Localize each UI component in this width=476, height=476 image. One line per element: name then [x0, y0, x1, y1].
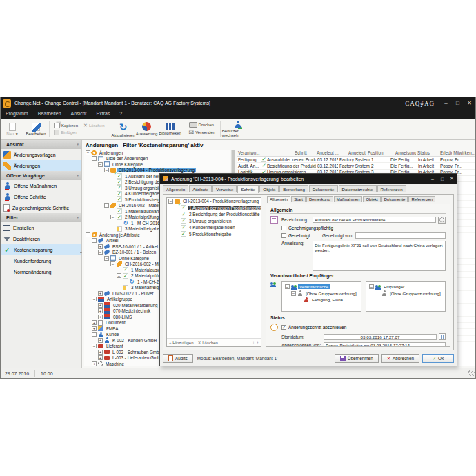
edit-button[interactable]: Bearbeiten — [24, 119, 48, 139]
sidebar-item[interactable]: Änderungen — [1, 160, 81, 171]
maximize-button[interactable] — [452, 97, 464, 109]
detail-tab[interactable]: Bemerkung — [306, 196, 333, 202]
resize-grip[interactable] — [468, 370, 475, 377]
move-up-button[interactable]: ↑ — [257, 341, 259, 345]
menu-item[interactable]: ? — [115, 109, 127, 119]
dialog-tab[interactable]: Referenzen — [377, 185, 406, 192]
sidebar-item[interactable]: Offene Schritte — [1, 191, 81, 202]
dialog-tab[interactable]: Objekt — [259, 185, 279, 192]
dialog-tab[interactable]: Verweise — [212, 185, 237, 192]
dialog-tab[interactable]: Schritte — [237, 185, 259, 193]
sidebar-section-filter[interactable]: Filter — [1, 213, 81, 222]
detail-tab[interactable]: Allgemein — [267, 196, 290, 203]
responsible-tree-item[interactable]: [Ohne Gruppenzuordnung] — [284, 290, 359, 297]
sidebar-section-offene-vorgaenge[interactable]: Offene Vorgänge — [1, 171, 81, 180]
sidebar-item[interactable]: Einstellen — [1, 222, 81, 233]
recipient-tree-item[interactable]: Empfänger — [368, 284, 444, 290]
tree-expander[interactable] — [104, 203, 109, 208]
genehmigungspflichtig-checkbox[interactable] — [281, 226, 286, 230]
tree-expander[interactable] — [98, 315, 103, 319]
tree-item[interactable]: CH-2013-004 - Produktionsverlagerung — [84, 168, 230, 174]
column-header[interactable]: Position — [366, 150, 394, 155]
tree-expander[interactable] — [291, 291, 296, 296]
calendar-button[interactable] — [439, 333, 446, 340]
dialog-tree-item[interactable]: 4 Kundenfreigabe holen — [167, 224, 261, 231]
sidebar-item[interactable]: Zu genehmigende Schritte — [1, 202, 81, 213]
dialog-maximize-button[interactable] — [437, 174, 447, 184]
delete-step-button[interactable]: Löschen — [198, 340, 218, 345]
analysis-button[interactable]: Auswertung — [135, 119, 159, 139]
dialog-tree-item[interactable]: 2 Besichtigung der Produktionsstätte — [167, 211, 261, 218]
menu-item[interactable]: Ansicht — [66, 109, 92, 119]
tree-expander[interactable] — [92, 156, 97, 161]
add-step-button[interactable]: Hinzufügen — [169, 341, 194, 345]
libraries-button[interactable]: Bibliotheken — [159, 119, 182, 139]
tree-item[interactable]: Änderungen — [84, 150, 230, 156]
tree-expander[interactable] — [104, 256, 109, 261]
column-header[interactable]: Verantwo... — [237, 150, 293, 155]
tree-expander[interactable] — [98, 303, 103, 308]
detail-tab[interactable]: Maßnahmen — [334, 196, 363, 202]
startdatum-field[interactable] — [324, 334, 437, 340]
tree-expander[interactable] — [285, 284, 290, 289]
delete-button[interactable]: Löschen — [83, 123, 105, 128]
ok-button[interactable]: ✓ Ok — [422, 354, 454, 363]
bezeichnung-field[interactable] — [313, 217, 436, 223]
new-button[interactable]: Neu ▼ — [1, 119, 24, 139]
send-button[interactable]: Versenden — [189, 129, 215, 136]
tree-expander[interactable] — [117, 273, 121, 278]
tree-expander[interactable] — [110, 261, 115, 266]
sidebar-section-ansicht[interactable]: Ansicht — [1, 140, 81, 149]
column-header[interactable]: Schritt — [293, 150, 315, 155]
dialog-tab[interactable]: Datensatzrechte — [339, 185, 377, 192]
tree-item[interactable]: Liste der Änderungen — [84, 156, 230, 162]
menu-item[interactable]: Extras — [92, 109, 115, 119]
sidebar-item[interactable]: Deaktivieren — [1, 233, 81, 244]
dialog-tree-item[interactable]: 5 Produktionsfreigabe — [167, 231, 261, 238]
dialog-tab[interactable]: Allgemein — [163, 185, 188, 192]
dialog-minimize-button[interactable] — [428, 174, 437, 184]
genehmigt-checkbox[interactable] — [281, 233, 286, 238]
tree-expander[interactable] — [98, 350, 103, 355]
sidebar-item[interactable]: Kundenforderung — [1, 255, 81, 266]
tree-expander[interactable] — [98, 291, 103, 296]
detail-tab[interactable]: Referenzen — [408, 196, 435, 202]
responsible-tree-item[interactable]: Fertigung, Fiona — [284, 297, 359, 304]
column-header[interactable]: Status — [416, 150, 439, 155]
tree-expander[interactable] — [92, 332, 97, 337]
tree-expander[interactable] — [98, 355, 103, 360]
detail-tab[interactable]: Objekt — [363, 196, 380, 202]
tree-expander[interactable] — [86, 232, 90, 237]
responsible-tree-item[interactable]: Verantwortliche — [284, 284, 359, 290]
sidebar-item[interactable]: Normenänderung — [1, 266, 81, 277]
tree-expander[interactable] — [98, 250, 103, 255]
detail-tab[interactable]: Dokumente — [381, 196, 408, 202]
tree-expander[interactable] — [86, 150, 90, 155]
dialog-tree-item[interactable]: 3 Umzug organisieren — [167, 218, 261, 225]
genehmigt-von-field[interactable] — [355, 232, 446, 239]
dialog-close-button[interactable] — [447, 174, 457, 184]
dialog-tab[interactable]: Bemerkung — [279, 185, 308, 192]
sidebar-item[interactable]: Offene Maßnahmen — [1, 180, 81, 191]
tree-expander[interactable] — [110, 215, 115, 219]
abbrechen-button[interactable]: ✕ Abbrechen — [381, 354, 419, 363]
dialog-tree-item[interactable]: CH-2013-004 - Produktionsverlagerung — [167, 198, 261, 205]
sidebar-item[interactable]: Änderungsvorlagen — [1, 149, 81, 160]
dialog-tree-item[interactable]: 1 Auswahl der neuen Produktionsstätte — [167, 205, 261, 212]
column-header[interactable]: Mitwirken... — [452, 150, 475, 155]
anweisung-textarea[interactable]: Die Fertigungslinie XF21 soll von Deutsc… — [313, 241, 446, 271]
tree-expander[interactable] — [168, 199, 173, 204]
column-header[interactable]: Angelegt ... — [315, 150, 347, 155]
uebernehmen-button[interactable]: Übernehmen — [335, 354, 379, 363]
tree-expander[interactable] — [98, 244, 103, 249]
abgeschlossen-von-field[interactable] — [324, 342, 446, 347]
tree-expander[interactable] — [92, 297, 97, 301]
close-button[interactable] — [464, 97, 475, 109]
menu-item[interactable]: Bearbeiten — [33, 109, 66, 119]
sidebar-item[interactable]: Kosteneinsparung — [1, 244, 81, 255]
switch-user-button[interactable]: Benutzer wechseln — [222, 119, 254, 139]
tree-item[interactable]: Ohne Kategorie — [84, 161, 230, 168]
copy-button[interactable]: Kopieren — [54, 123, 78, 128]
print-button[interactable]: Drucken — [189, 122, 215, 128]
tree-expander[interactable] — [92, 326, 97, 331]
